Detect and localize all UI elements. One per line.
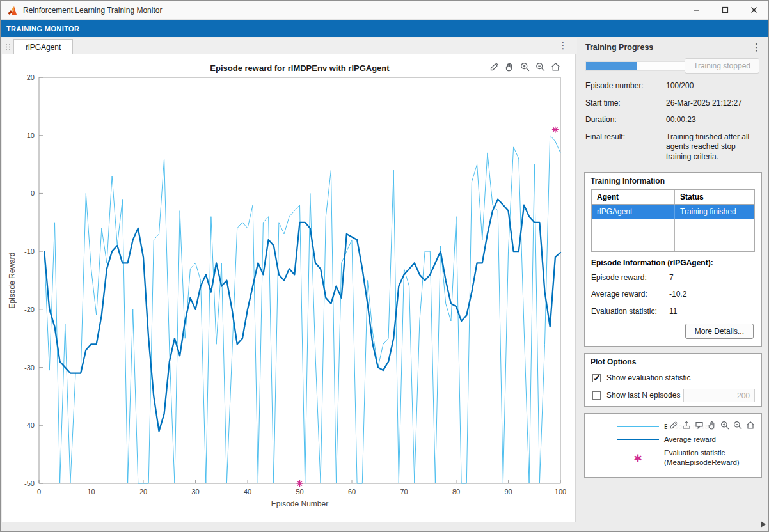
legend-label: Evaluation statistic (MeanEpisodeReward) — [664, 448, 740, 467]
field-episode-reward: Episode reward: 7 — [585, 269, 761, 286]
svg-text:0: 0 — [31, 189, 35, 197]
home-icon[interactable] — [745, 420, 756, 430]
close-button[interactable] — [740, 1, 768, 19]
svg-text:40: 40 — [244, 488, 251, 496]
document-area: rlPGAgent ⋮ 010203040506070809010020100-… — [2, 38, 577, 522]
agent-name-cell: rlPGAgent — [592, 205, 675, 219]
title-bar: Reinforcement Learning Training Monitor — [1, 1, 768, 20]
chart-toolbar — [489, 61, 561, 72]
app-icon — [6, 4, 18, 16]
toolstrip-tab-label: TRAINING MONITOR — [6, 25, 79, 33]
tab-strip-handle-icon[interactable] — [2, 40, 13, 54]
svg-text:-50: -50 — [24, 480, 35, 487]
field-duration: Duration: 00:00:23 — [580, 111, 766, 129]
pan-icon[interactable] — [707, 420, 717, 430]
panel-menu-button[interactable]: ⋮ — [752, 42, 761, 53]
tab-label: rlPGAgent — [26, 43, 61, 52]
field-label: Average reward: — [591, 290, 669, 300]
svg-text:Episode Reward: Episode Reward — [8, 252, 17, 308]
axes-toolbar-overlay — [667, 419, 757, 431]
svg-text:50: 50 — [296, 488, 303, 496]
plot-options-group: Plot Options Show evaluation statistic S… — [584, 353, 762, 407]
main-area: rlPGAgent ⋮ 010203040506070809010020100-… — [1, 37, 768, 531]
field-value: Training finished after all agents reach… — [666, 132, 761, 162]
zoom-in-icon[interactable] — [519, 61, 530, 72]
agent-table-row[interactable]: rlPGAgentTraining finished — [592, 205, 754, 219]
export-icon[interactable] — [681, 420, 692, 430]
agent-table-header: AgentStatus — [592, 190, 754, 205]
svg-text:0: 0 — [37, 488, 41, 496]
training-stopped-button[interactable]: Training stopped — [685, 58, 759, 74]
show-eval-checkbox[interactable] — [592, 374, 601, 382]
field-label: Start time: — [585, 98, 666, 109]
training-information-group: Training Information AgentStatus rlPGAge… — [584, 172, 762, 347]
toolstrip-tab-training-monitor[interactable]: TRAINING MONITOR — [1, 20, 768, 37]
svg-text:10: 10 — [87, 488, 95, 496]
group-title: Plot Options — [585, 354, 761, 369]
field-value: 00:00:23 — [666, 115, 761, 125]
figure-panel: 010203040506070809010020100-10-20-30-40-… — [2, 54, 576, 522]
close-icon — [750, 6, 757, 13]
field-label: Episode number: — [585, 81, 666, 91]
field-value: 11 — [669, 307, 755, 317]
document-tab-bar: rlPGAgent ⋮ — [2, 38, 577, 54]
brush-icon[interactable] — [669, 420, 679, 430]
legend-sample-episode — [617, 426, 659, 427]
agent-status-cell: Training finished — [675, 205, 754, 219]
svg-text:70: 70 — [400, 488, 408, 496]
svg-text:-40: -40 — [24, 421, 35, 429]
document-overflow-menu-button[interactable]: ⋮ — [558, 40, 568, 51]
field-value: 7 — [669, 273, 755, 283]
field-final-result: Final result: Training finished after al… — [580, 129, 766, 166]
agent-table-header-cell: Status — [675, 190, 754, 204]
svg-text:30: 30 — [191, 488, 199, 496]
field-start-time: Start time: 26-Mar-2025 21:12:27 — [580, 95, 766, 112]
agent-table-empty-area — [592, 219, 754, 251]
show-lastn-checkbox[interactable] — [592, 391, 601, 400]
scroll-right-arrow[interactable] — [759, 520, 766, 528]
progress-row: Training stopped — [580, 56, 766, 77]
show-lastn-label: Show last N episodes — [606, 391, 680, 400]
chart-svg[interactable]: 010203040506070809010020100-10-20-30-40-… — [2, 54, 576, 522]
window-title: Reinforcement Learning Training Monitor — [23, 6, 162, 15]
svg-text:-20: -20 — [24, 306, 35, 313]
zoom-in-icon[interactable] — [720, 420, 730, 430]
chart-legend: Episode reward Average reward ∗ Evaluati… — [584, 413, 762, 478]
pan-icon[interactable] — [504, 61, 515, 72]
show-eval-label: Show evaluation statistic — [606, 373, 690, 382]
legend-marker-eval: ∗ — [617, 455, 659, 460]
datatip-icon[interactable] — [694, 420, 704, 430]
chart-title: Episode reward for rlMDPEnv with rlPGAge… — [39, 63, 560, 73]
maximize-button[interactable] — [711, 1, 740, 19]
field-value: -10.2 — [669, 290, 755, 300]
brush-icon[interactable] — [489, 61, 500, 72]
home-icon[interactable] — [550, 61, 561, 72]
show-eval-option[interactable]: Show evaluation statistic — [585, 369, 761, 386]
svg-text:100: 100 — [555, 488, 566, 496]
training-progress-panel: Training Progress ⋮ Training stopped Epi… — [580, 38, 766, 523]
legend-entry-average-reward[interactable]: Average reward — [585, 433, 761, 446]
more-details-button[interactable]: More Details... — [685, 324, 754, 339]
last-n-episodes-input[interactable] — [683, 389, 755, 402]
svg-text:80: 80 — [452, 488, 460, 496]
episode-info-title: Episode Information (rlPGAgent): — [585, 252, 761, 269]
svg-text:-10: -10 — [24, 247, 35, 255]
zoom-out-icon[interactable] — [733, 420, 743, 430]
tab-rlpgagent[interactable]: rlPGAgent — [13, 39, 73, 54]
legend-entry-evaluation-statistic[interactable]: ∗ Evaluation statistic (MeanEpisodeRewar… — [585, 446, 761, 469]
field-value: 100/200 — [666, 81, 761, 91]
svg-text:90: 90 — [504, 488, 512, 496]
field-label: Final result: — [585, 132, 666, 162]
legend-sample-average — [617, 439, 659, 440]
zoom-out-icon[interactable] — [535, 61, 546, 72]
app-window: Reinforcement Learning Training Monitor … — [0, 0, 769, 532]
agent-table: AgentStatus rlPGAgentTraining finished — [591, 189, 755, 252]
svg-text:10: 10 — [27, 132, 35, 139]
group-title: Training Information — [585, 173, 761, 188]
progress-fill — [586, 62, 637, 70]
agent-table-header-cell: Agent — [592, 190, 675, 204]
field-average-reward: Average reward: -10.2 — [585, 286, 761, 303]
field-episode-number: Episode number: 100/200 — [580, 77, 766, 95]
minimize-button[interactable] — [682, 1, 711, 19]
show-lastn-option[interactable]: Show last N episodes — [585, 386, 761, 406]
